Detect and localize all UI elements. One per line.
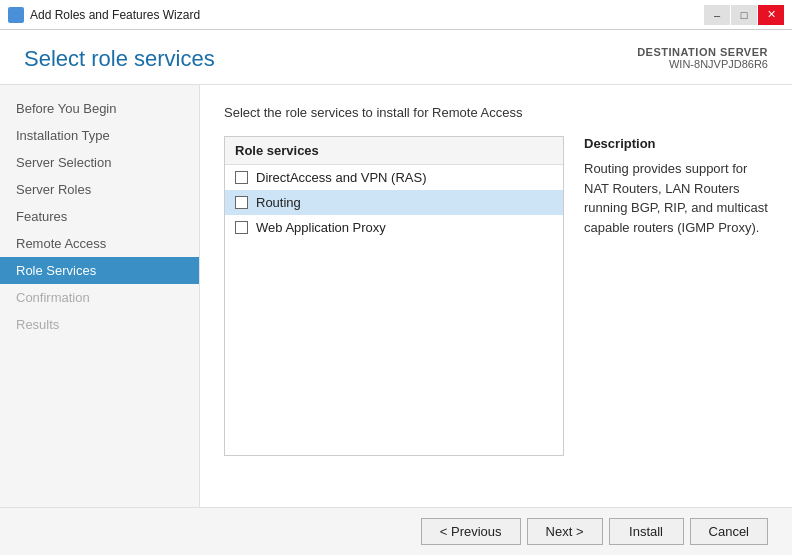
maximize-button[interactable]: □ xyxy=(731,5,757,25)
nav-item-confirmation: Confirmation xyxy=(0,284,199,311)
nav-item-installation-type[interactable]: Installation Type xyxy=(0,122,199,149)
next-button[interactable]: Next > xyxy=(527,518,603,545)
role-service-web-app-proxy[interactable]: Web Application Proxy xyxy=(225,215,563,240)
content-columns: Role services DirectAccess and VPN (RAS)… xyxy=(224,136,768,456)
wizard-content: Select the role services to install for … xyxy=(200,85,792,507)
role-services-header: Role services xyxy=(225,137,563,165)
nav-item-server-selection[interactable]: Server Selection xyxy=(0,149,199,176)
window-title: Add Roles and Features Wizard xyxy=(30,8,200,22)
label-routing: Routing xyxy=(256,195,301,210)
role-services-panel: Role services DirectAccess and VPN (RAS)… xyxy=(224,136,564,456)
title-bar-controls: – □ ✕ xyxy=(704,5,784,25)
nav-item-features[interactable]: Features xyxy=(0,203,199,230)
wizard: Select role services DESTINATION SERVER … xyxy=(0,30,792,555)
title-bar-left: Add Roles and Features Wizard xyxy=(8,7,200,23)
server-name: WIN-8NJVPJD86R6 xyxy=(637,58,768,70)
nav-item-role-services[interactable]: Role Services xyxy=(0,257,199,284)
nav-item-server-roles[interactable]: Server Roles xyxy=(0,176,199,203)
label-directaccess: DirectAccess and VPN (RAS) xyxy=(256,170,427,185)
description-text: Routing provides support for NAT Routers… xyxy=(584,159,768,237)
title-bar: Add Roles and Features Wizard – □ ✕ xyxy=(0,0,792,30)
wizard-icon xyxy=(8,7,24,23)
destination-server-info: DESTINATION SERVER WIN-8NJVPJD86R6 xyxy=(637,46,768,70)
install-button[interactable]: Install xyxy=(609,518,684,545)
nav-item-before-you-begin[interactable]: Before You Begin xyxy=(0,95,199,122)
description-panel: Description Routing provides support for… xyxy=(584,136,768,456)
cancel-button[interactable]: Cancel xyxy=(690,518,768,545)
checkbox-directaccess[interactable] xyxy=(235,171,248,184)
label-web-app-proxy: Web Application Proxy xyxy=(256,220,386,235)
checkbox-routing[interactable] xyxy=(235,196,248,209)
nav-item-remote-access[interactable]: Remote Access xyxy=(0,230,199,257)
page-title: Select role services xyxy=(24,46,215,72)
wizard-body: Before You Begin Installation Type Serve… xyxy=(0,85,792,507)
checkbox-web-app-proxy[interactable] xyxy=(235,221,248,234)
description-title: Description xyxy=(584,136,768,151)
wizard-nav: Before You Begin Installation Type Serve… xyxy=(0,85,200,507)
previous-button[interactable]: < Previous xyxy=(421,518,521,545)
role-service-routing[interactable]: Routing xyxy=(225,190,563,215)
role-service-directaccess[interactable]: DirectAccess and VPN (RAS) xyxy=(225,165,563,190)
wizard-footer: < Previous Next > Install Cancel xyxy=(0,507,792,555)
minimize-button[interactable]: – xyxy=(704,5,730,25)
content-instruction: Select the role services to install for … xyxy=(224,105,768,120)
close-button[interactable]: ✕ xyxy=(758,5,784,25)
destination-label: DESTINATION SERVER xyxy=(637,46,768,58)
wizard-header: Select role services DESTINATION SERVER … xyxy=(0,30,792,85)
nav-item-results: Results xyxy=(0,311,199,338)
